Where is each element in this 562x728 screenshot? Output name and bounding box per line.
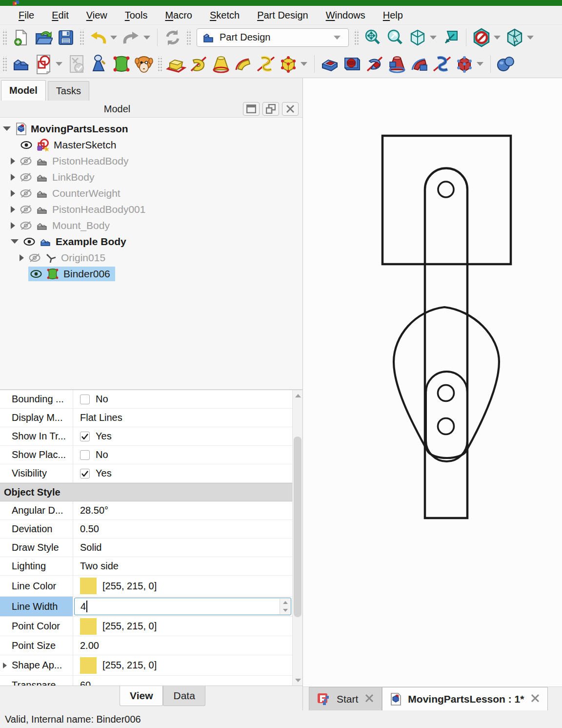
expander-closed-icon[interactable] bbox=[20, 254, 24, 261]
eye-visible-icon[interactable] bbox=[30, 270, 42, 278]
isometric-view-button[interactable] bbox=[406, 26, 429, 49]
toolbar-grip[interactable] bbox=[157, 56, 162, 72]
menu-windows[interactable]: Windows bbox=[317, 8, 374, 23]
spin-up-button[interactable] bbox=[280, 599, 290, 606]
sync-view-button[interactable] bbox=[440, 26, 462, 49]
expander-closed-icon[interactable] bbox=[11, 206, 15, 213]
property-row-bounding-box[interactable]: Bounding ... No bbox=[0, 390, 292, 409]
eye-hidden-icon[interactable] bbox=[29, 253, 40, 262]
toolbar-grip[interactable] bbox=[79, 30, 84, 45]
checkbox-checked[interactable] bbox=[80, 432, 90, 441]
color-swatch[interactable] bbox=[80, 657, 97, 674]
checkbox-checked[interactable] bbox=[80, 469, 90, 478]
toolbar-grip[interactable] bbox=[354, 30, 359, 45]
pad-button[interactable] bbox=[165, 53, 187, 75]
fit-all-button[interactable] bbox=[361, 26, 384, 49]
revolution-button[interactable] bbox=[187, 53, 210, 75]
property-row-transparency[interactable]: Transpare... 60 bbox=[0, 676, 292, 686]
panel-close-button[interactable] bbox=[282, 102, 299, 116]
view-dropdown-arrow[interactable] bbox=[430, 36, 437, 40]
property-row-lighting[interactable]: Lighting Two side bbox=[0, 557, 292, 576]
additive-helix-button[interactable] bbox=[255, 53, 277, 75]
expander-closed-icon[interactable] bbox=[11, 174, 15, 181]
tab-data[interactable]: Data bbox=[163, 686, 205, 706]
boolean-operation-button[interactable] bbox=[495, 53, 517, 75]
redo-button[interactable] bbox=[120, 26, 142, 49]
open-document-button[interactable] bbox=[32, 26, 55, 49]
checkbox-unchecked[interactable] bbox=[80, 395, 90, 404]
redo-dropdown-arrow[interactable] bbox=[143, 36, 150, 40]
tree-item-pistonheadbody001[interactable]: PistonHeadBody001 bbox=[0, 201, 302, 217]
3d-viewport[interactable] bbox=[303, 78, 562, 686]
tree-item-linkbody[interactable]: LinkBody bbox=[0, 169, 302, 185]
additive-loft-button[interactable] bbox=[210, 53, 232, 75]
undo-dropdown-arrow[interactable] bbox=[110, 36, 117, 40]
property-row-line-color[interactable]: Line Color [255, 215, 0] bbox=[0, 576, 292, 597]
property-row-display-mode[interactable]: Display M... Flat Lines bbox=[0, 409, 292, 427]
tree-item-counterweight[interactable]: CounterWeight bbox=[0, 185, 302, 201]
menu-macro[interactable]: Macro bbox=[156, 8, 201, 23]
menu-view[interactable]: View bbox=[78, 8, 116, 23]
eye-hidden-icon[interactable] bbox=[20, 157, 32, 166]
panel-float-button[interactable] bbox=[262, 102, 279, 116]
property-row-deviation[interactable]: Deviation 0.50 bbox=[0, 520, 292, 539]
property-row-draw-style[interactable]: Draw Style Solid bbox=[0, 539, 292, 557]
eye-hidden-icon[interactable] bbox=[20, 205, 32, 214]
toolbar-grip[interactable] bbox=[186, 30, 191, 45]
create-datum-button[interactable] bbox=[88, 53, 110, 75]
zoom-selection-button[interactable] bbox=[384, 26, 406, 49]
menu-file[interactable]: File bbox=[10, 8, 43, 23]
property-row-visibility[interactable]: Visibility Yes bbox=[0, 464, 292, 483]
additive-primitive-button[interactable] bbox=[277, 53, 300, 75]
hole-button[interactable] bbox=[341, 53, 363, 75]
menu-help[interactable]: Help bbox=[374, 8, 412, 23]
property-row-line-width[interactable]: Line Width 4 bbox=[0, 597, 292, 617]
additive-primitive-dropdown-arrow[interactable] bbox=[301, 62, 307, 66]
clone-button[interactable] bbox=[133, 53, 155, 75]
property-scrollbar[interactable] bbox=[292, 390, 302, 686]
tab-start-page[interactable]: Start bbox=[309, 687, 382, 710]
expander-closed-icon[interactable] bbox=[11, 158, 15, 165]
eye-visible-icon[interactable] bbox=[20, 141, 32, 149]
create-sketch-button[interactable] bbox=[32, 53, 55, 75]
clipping-dropdown-arrow[interactable] bbox=[494, 36, 501, 40]
undo-button[interactable] bbox=[87, 26, 109, 49]
checkbox-unchecked[interactable] bbox=[80, 450, 90, 460]
tab-document-movingpartslesson[interactable]: MovingPartsLesson : 1* bbox=[382, 687, 548, 710]
expander-closed-icon[interactable] bbox=[11, 190, 15, 197]
selected-item-highlight[interactable]: Binder006 bbox=[28, 267, 115, 281]
close-tab-icon[interactable] bbox=[531, 693, 540, 705]
property-row-show-placement[interactable]: Show Plac... No bbox=[0, 446, 292, 464]
refresh-button[interactable] bbox=[161, 26, 184, 49]
subtractive-primitive-dropdown-arrow[interactable] bbox=[477, 62, 483, 66]
clipping-plane-button[interactable] bbox=[470, 26, 493, 49]
pocket-button[interactable] bbox=[319, 53, 341, 75]
shape-binder-button[interactable] bbox=[110, 53, 133, 75]
tree-item-pistonheadbody[interactable]: PistonHeadBody bbox=[0, 153, 302, 169]
workbench-selector[interactable]: Part Design bbox=[197, 28, 349, 47]
menu-sketch[interactable]: Sketch bbox=[201, 8, 248, 23]
additive-pipe-button[interactable] bbox=[232, 53, 255, 75]
subtractive-pipe-button[interactable] bbox=[408, 53, 431, 75]
tab-model[interactable]: Model bbox=[1, 80, 46, 101]
navigation-cube-button[interactable] bbox=[503, 26, 526, 49]
subtractive-loft-button[interactable] bbox=[386, 53, 408, 75]
tree-item-binder006[interactable]: Binder006 bbox=[0, 266, 302, 282]
eye-hidden-icon[interactable] bbox=[20, 221, 32, 230]
scrollbar-thumb[interactable] bbox=[294, 437, 301, 617]
property-row-show-in-tree[interactable]: Show In Tr... Yes bbox=[0, 427, 292, 446]
tab-tasks[interactable]: Tasks bbox=[48, 81, 89, 101]
subtractive-helix-button[interactable] bbox=[431, 53, 453, 75]
tab-view[interactable]: View bbox=[120, 686, 163, 706]
sketch-dropdown-arrow[interactable] bbox=[56, 62, 62, 66]
groove-button[interactable] bbox=[363, 53, 386, 75]
expander-open-icon[interactable] bbox=[3, 126, 11, 131]
property-row-point-size[interactable]: Point Size 2.00 bbox=[0, 636, 292, 655]
expander-open-icon[interactable] bbox=[11, 239, 19, 244]
edit-sketch-button[interactable] bbox=[65, 53, 88, 75]
tree-item-example-body[interactable]: Example Body bbox=[0, 233, 302, 250]
color-swatch[interactable] bbox=[80, 578, 97, 594]
property-row-shape-appearance[interactable]: Shape Ap... [255, 215, 0] bbox=[0, 655, 292, 676]
scroll-up-arrow[interactable] bbox=[293, 390, 302, 401]
eye-hidden-icon[interactable] bbox=[20, 173, 32, 182]
